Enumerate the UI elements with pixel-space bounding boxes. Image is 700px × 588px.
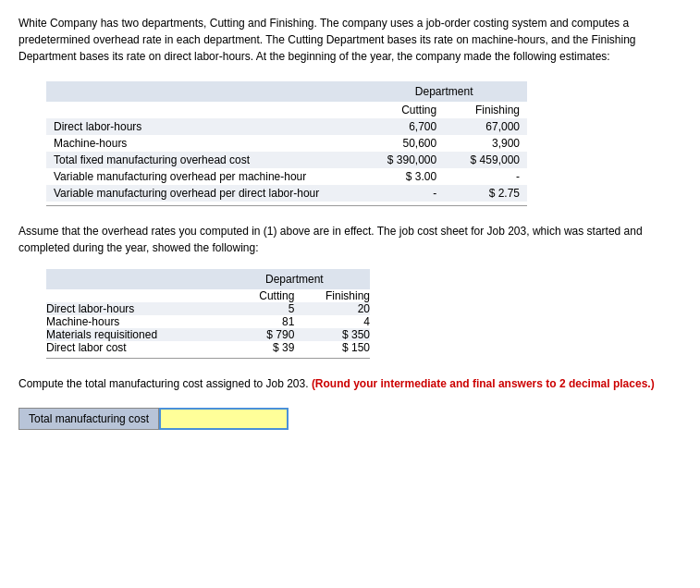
row-cutting: 50,600: [361, 135, 444, 152]
row-label: Direct labor cost: [46, 341, 219, 354]
row-cutting: $ 790: [219, 328, 295, 341]
main-col-cutting: Cutting: [361, 102, 444, 118]
row-cutting: 6,700: [361, 118, 444, 135]
row-label: Machine-hours: [46, 135, 361, 152]
row-label: Direct labor-hours: [46, 118, 361, 135]
row-label: Machine-hours: [46, 315, 219, 328]
table-row: Direct labor-hours 5 20: [46, 302, 370, 315]
answer-row: Total manufacturing cost: [18, 408, 682, 430]
row-finishing: $ 150: [294, 341, 370, 354]
row-label: Total fixed manufacturing overhead cost: [46, 152, 361, 168]
row-label: Variable manufacturing overhead per mach…: [46, 168, 361, 185]
table-row: Variable manufacturing overhead per dire…: [46, 185, 527, 202]
small-col-finishing: Finishing: [294, 289, 370, 302]
main-col-finishing: Finishing: [444, 102, 527, 118]
row-finishing: 20: [294, 302, 370, 315]
table-row: Direct labor-hours 6,700 67,000: [46, 118, 527, 135]
table-row: Direct labor cost $ 39 $ 150: [46, 341, 370, 354]
row-finishing: $ 350: [294, 328, 370, 341]
total-manufacturing-cost-input[interactable]: [159, 408, 289, 430]
row-finishing: $ 459,000: [444, 152, 527, 168]
small-col-cutting: Cutting: [219, 289, 295, 302]
table-row: Machine-hours 50,600 3,900: [46, 135, 527, 152]
row-finishing: 67,000: [444, 118, 527, 135]
main-estimates-table: Department Cutting Finishing Direct labo…: [46, 81, 527, 202]
small-dept-header: Department: [219, 269, 370, 289]
row-label: Materials requisitioned: [46, 328, 219, 341]
intro-paragraph: White Company has two departments, Cutti…: [18, 15, 682, 65]
row-cutting: 5: [219, 302, 295, 315]
row-label: Variable manufacturing overhead per dire…: [46, 185, 361, 202]
row-cutting: -: [361, 185, 444, 202]
compute-paragraph: Compute the total manufacturing cost ass…: [18, 375, 682, 393]
row-finishing: $ 2.75: [444, 185, 527, 202]
row-finishing: -: [444, 168, 527, 185]
row-label: Direct labor-hours: [46, 302, 219, 315]
table-row: Total fixed manufacturing overhead cost …: [46, 152, 527, 168]
table-row: Materials requisitioned $ 790 $ 350: [46, 328, 370, 341]
compute-text-bold: (Round your intermediate and final answe…: [312, 377, 655, 390]
compute-text-normal: Compute the total manufacturing cost ass…: [18, 377, 309, 390]
main-dept-header: Department: [361, 81, 527, 102]
table-row: Machine-hours 81 4: [46, 315, 370, 328]
table-row: Variable manufacturing overhead per mach…: [46, 168, 527, 185]
assume-paragraph: Assume that the overhead rates you compu…: [18, 223, 682, 256]
answer-label: Total manufacturing cost: [18, 408, 159, 430]
row-cutting: 81: [219, 315, 295, 328]
main-table-section: Department Cutting Finishing Direct labo…: [18, 81, 682, 206]
row-finishing: 4: [294, 315, 370, 328]
row-finishing: 3,900: [444, 135, 527, 152]
row-cutting: $ 3.00: [361, 168, 444, 185]
job-cost-table: Department Cutting Finishing Direct labo…: [46, 269, 370, 354]
row-cutting: $ 39: [219, 341, 295, 354]
small-table-section: Department Cutting Finishing Direct labo…: [18, 269, 682, 359]
row-cutting: $ 390,000: [361, 152, 444, 168]
